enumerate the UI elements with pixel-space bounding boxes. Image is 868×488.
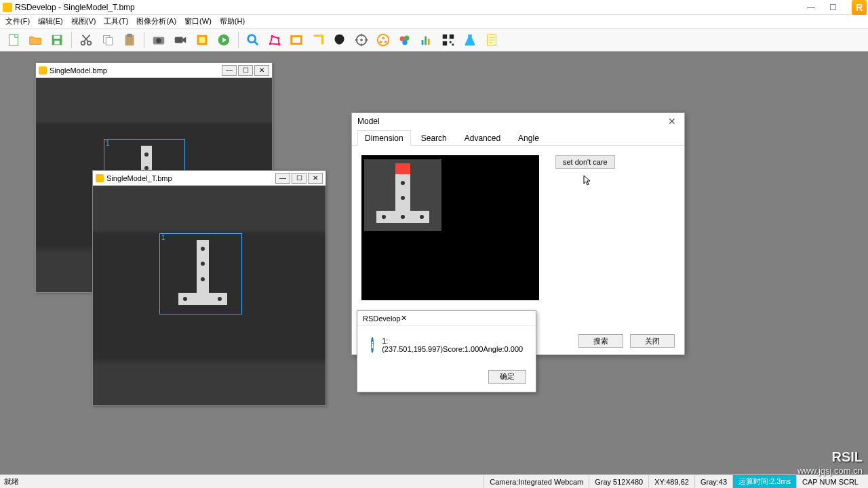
model-preview-inner [364,159,441,231]
target-icon[interactable] [352,30,371,49]
minimize-button[interactable]: — [800,3,822,12]
model-dialog-titlebar[interactable]: Model ✕ [352,113,684,129]
status-xy: XY:489,62 [648,475,694,488]
menu-window[interactable]: 窗口(W) [182,16,214,26]
status-gray-val: Gray:43 [694,475,732,488]
svg-rect-33 [428,39,430,45]
svg-point-19 [277,37,280,39]
menu-edit[interactable]: 编辑(E) [35,16,66,26]
child1-max[interactable]: ☐ [238,65,253,76]
child2-title: SingleModel_T.bmp [106,174,172,182]
svg-rect-3 [54,40,59,43]
zoom-icon[interactable] [243,30,262,49]
color-icon[interactable] [395,30,414,49]
menu-tool[interactable]: 工具(T) [101,16,131,26]
tab-angle[interactable]: Angle [511,130,547,146]
blob-icon[interactable] [330,30,349,49]
status-timing: 运算时间:2.3ms [732,475,796,488]
child2-min[interactable]: — [275,173,290,184]
svg-rect-36 [443,41,447,45]
model-close-button[interactable]: 关闭 [630,334,675,348]
svg-rect-38 [452,43,454,45]
roi-1-label: 1 [106,140,110,147]
message-title: RSDevelop [363,314,401,323]
tab-search[interactable]: Search [414,130,454,146]
camera-icon[interactable] [149,30,168,49]
histogram-icon[interactable] [417,30,436,49]
polygon-icon[interactable] [265,30,284,49]
svg-rect-12 [175,37,183,43]
svg-rect-14 [199,37,205,43]
open-icon[interactable] [26,30,45,49]
message-titlebar[interactable]: RSDevelop ✕ [357,311,536,326]
model-dialog-close-icon[interactable]: ✕ [665,116,679,127]
model-dialog-title: Model [357,117,380,126]
menu-file[interactable]: 文件(F) [3,16,33,26]
copy-icon[interactable] [98,30,117,49]
toolbar [0,28,868,52]
roi-2-label: 1 [161,234,165,241]
settings-icon[interactable] [193,30,212,49]
app-icon [3,3,12,12]
svg-rect-37 [450,41,452,43]
watermark-2: www.jqsj.com.cn [797,466,863,476]
menu-image[interactable]: 图像分析(A) [134,16,179,26]
play-icon[interactable] [214,30,233,49]
child2-close[interactable]: ✕ [308,173,323,184]
tab-dimension[interactable]: Dimension [357,130,411,146]
svg-rect-32 [425,36,427,45]
child2-canvas[interactable]: 1 [93,186,326,405]
menu-help[interactable]: 帮助(H) [217,16,248,26]
svg-rect-9 [127,33,132,37]
set-dont-care-button[interactable]: set don't care [555,155,615,169]
child2-titlebar[interactable]: SingleModel_T.bmp — ☐ ✕ [93,171,326,186]
tab-advanced[interactable]: Advanced [457,130,508,146]
svg-rect-0 [9,34,18,45]
maximize-button[interactable]: ☐ [822,3,844,12]
main-titlebar: RSDevelop - SingleModel_T.bmp — ☐ ✕ [0,0,868,15]
info-icon: i [371,337,374,353]
svg-point-29 [404,35,409,40]
model-tabs: Dimension Search Advanced Angle [352,129,684,146]
statusbar: 就绪 Camera:Integrated Webcam Gray 512X480… [0,474,868,488]
message-ok-button[interactable]: 确定 [488,370,526,384]
video-icon[interactable] [171,30,190,49]
rect-icon[interactable] [287,30,306,49]
svg-point-17 [269,42,272,45]
doc-icon [39,66,47,75]
svg-point-26 [380,40,382,43]
cut-icon[interactable] [77,30,96,49]
status-camera: Camera:Integrated Webcam [484,475,589,488]
qr-icon[interactable] [439,30,458,49]
part-t-2 [178,240,227,308]
svg-point-11 [156,38,161,43]
message-box: RSDevelop ✕ i 1:(237.501,195.997)Score:1… [357,310,536,392]
message-text: 1:(237.501,195.997)Score:1.000Angle:0.00… [382,337,523,353]
svg-point-25 [382,37,384,39]
corner-icon[interactable] [309,30,328,49]
model-icon[interactable] [374,30,393,49]
child1-min[interactable]: — [222,65,237,76]
svg-point-16 [248,35,256,42]
child1-close[interactable]: ✕ [254,65,269,76]
child1-titlebar[interactable]: SingleModel.bmp — ☐ ✕ [36,63,272,78]
model-preview [361,155,539,300]
new-icon[interactable] [4,30,23,49]
flask-icon[interactable] [460,30,479,49]
svg-point-20 [278,43,281,45]
doc-icon [96,174,104,182]
menu-view[interactable]: 视图(V) [68,16,99,26]
svg-rect-31 [422,40,424,45]
notes-icon[interactable] [482,30,501,49]
svg-rect-2 [54,35,60,39]
message-close-icon[interactable]: ✕ [401,314,407,323]
svg-rect-35 [450,34,454,38]
model-search-button[interactable]: 搜索 [578,334,623,348]
child2-max[interactable]: ☐ [292,173,307,184]
svg-point-24 [378,34,389,45]
child-window-2: SingleModel_T.bmp — ☐ ✕ 1 [92,170,326,406]
save-icon[interactable] [47,30,66,49]
status-ready: 就绪 [4,476,19,487]
svg-rect-21 [292,36,302,43]
paste-icon[interactable] [120,30,139,49]
